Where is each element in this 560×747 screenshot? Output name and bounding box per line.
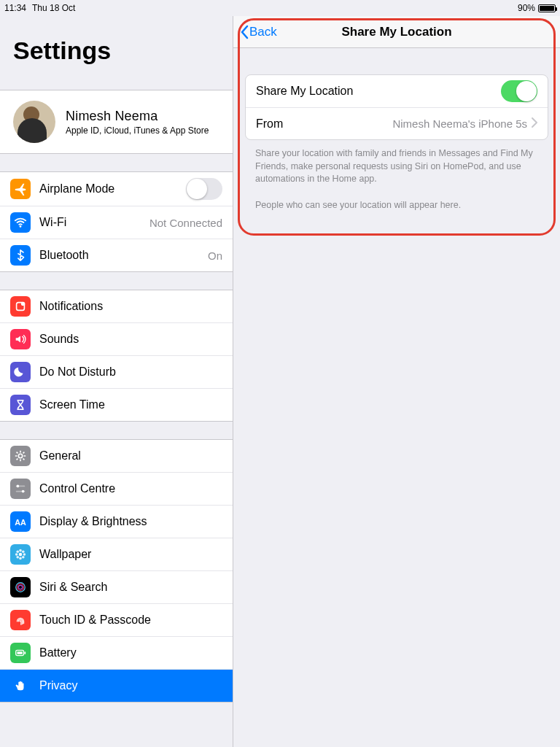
back-button[interactable]: Back (239, 25, 277, 39)
svg-point-16 (16, 556, 19, 559)
hourglass-icon (10, 395, 31, 415)
moon-icon (10, 362, 31, 382)
profile-row[interactable]: Nimesh Neema Apple ID, iCloud, iTunes & … (0, 90, 233, 153)
svg-point-0 (20, 225, 22, 228)
sidebar-item-label: Battery (39, 646, 222, 659)
switches-icon (10, 479, 31, 499)
gear-icon (10, 446, 31, 466)
wifi-icon (10, 212, 31, 233)
sidebar-item-value: Not Connected (149, 217, 222, 229)
sidebar-item-bluetooth[interactable]: BluetoothOn (0, 239, 233, 271)
bell-icon (10, 296, 31, 317)
share-location-label: Share My Location (256, 85, 501, 98)
speaker-icon (10, 329, 31, 349)
toggle[interactable] (186, 178, 222, 200)
sidebar-item-airplane-mode[interactable]: Airplane Mode (0, 172, 233, 206)
notifications-section: NotificationsSoundsDo Not DisturbScreen … (0, 290, 233, 422)
battery-icon (10, 643, 31, 663)
svg-point-9 (19, 553, 23, 557)
svg-rect-5 (16, 486, 26, 487)
svg-rect-7 (16, 491, 26, 492)
sidebar-item-label: Bluetooth (39, 249, 199, 262)
svg-point-2 (21, 302, 25, 306)
sidebar-item-do-not-disturb[interactable]: Do Not Disturb (0, 355, 233, 388)
sidebar-item-label: Display & Brightness (39, 515, 222, 528)
connectivity-section: Airplane ModeWi-FiNot ConnectedBluetooth… (0, 171, 233, 272)
svg-point-14 (16, 550, 19, 553)
svg-rect-22 (24, 651, 26, 654)
sidebar-item-value: On (208, 249, 222, 262)
status-date: Thu 18 Oct (32, 3, 75, 13)
detail-pane: Back Share My Location Share My Location… (233, 16, 560, 747)
from-value: Nimesh Neema's iPhone 5s (392, 117, 527, 130)
sidebar-item-touch-id-passcode[interactable]: Touch ID & Passcode (0, 603, 233, 636)
share-location-toggle[interactable] (501, 80, 537, 102)
sidebar-item-label: Screen Time (39, 398, 222, 411)
from-row[interactable]: From Nimesh Neema's iPhone 5s (246, 107, 548, 139)
share-location-row[interactable]: Share My Location (246, 75, 548, 107)
status-bar: 11:34 Thu 18 Oct 90% (0, 0, 560, 16)
sidebar-item-label: General (39, 449, 222, 462)
svg-point-13 (23, 553, 26, 556)
general-section: GeneralControl CentreAADisplay & Brightn… (0, 439, 233, 703)
chevron-left-icon (239, 25, 249, 39)
sidebar-item-label: Do Not Disturb (39, 365, 222, 379)
sidebar-item-wallpaper[interactable]: Wallpaper (0, 538, 233, 570)
flower-icon (10, 544, 31, 565)
profile-subtitle: Apple ID, iCloud, iTunes & App Store (66, 125, 209, 136)
bluetooth-icon (10, 245, 31, 266)
detail-title: Share My Location (233, 25, 560, 39)
sidebar-item-display-brightness[interactable]: AADisplay & Brightness (0, 505, 233, 538)
airplane-icon (10, 179, 31, 199)
svg-rect-23 (18, 651, 23, 654)
svg-text:AA: AA (15, 518, 26, 527)
footer-text-1: Share your location with family and frie… (233, 140, 560, 186)
share-location-section: Share My Location From Nimesh Neema's iP… (245, 74, 548, 140)
sidebar-item-label: Siri & Search (39, 581, 222, 594)
siri-icon (10, 577, 31, 597)
back-label: Back (249, 25, 277, 39)
sidebar-item-label: Wallpaper (39, 548, 222, 561)
sidebar-item-notifications[interactable]: Notifications (0, 290, 233, 322)
svg-point-15 (22, 550, 25, 553)
sidebar-item-label: Control Centre (39, 482, 222, 495)
sidebar-item-privacy[interactable]: Privacy (0, 669, 233, 702)
avatar (13, 101, 55, 143)
sidebar-item-label: Touch ID & Passcode (39, 614, 222, 627)
sidebar-item-sounds[interactable]: Sounds (0, 322, 233, 355)
sidebar-item-siri-search[interactable]: Siri & Search (0, 570, 233, 603)
sidebar-item-screen-time[interactable]: Screen Time (0, 388, 233, 421)
aa-icon: AA (10, 511, 31, 532)
footer-text-2: People who can see your location will ap… (233, 186, 560, 212)
fingerprint-icon (10, 610, 31, 630)
svg-point-3 (18, 454, 22, 457)
sidebar-item-wi-fi[interactable]: Wi-FiNot Connected (0, 206, 233, 239)
sidebar-item-label: Privacy (39, 679, 222, 692)
profile-section: Nimesh Neema Apple ID, iCloud, iTunes & … (0, 90, 233, 154)
battery-percent: 90% (518, 3, 535, 13)
sidebar-item-control-centre[interactable]: Control Centre (0, 472, 233, 505)
sidebar-item-label: Notifications (39, 300, 222, 313)
svg-point-11 (19, 557, 22, 560)
sidebar-item-label: Wi-Fi (39, 216, 141, 229)
svg-point-20 (18, 585, 22, 589)
battery-icon (538, 4, 556, 12)
profile-name: Nimesh Neema (66, 109, 209, 124)
hand-icon (10, 676, 31, 696)
from-label: From (256, 117, 392, 131)
sidebar-item-general[interactable]: General (0, 440, 233, 472)
chevron-right-icon (532, 117, 537, 131)
settings-sidebar[interactable]: Settings Nimesh Neema Apple ID, iCloud, … (0, 16, 233, 747)
svg-point-10 (19, 549, 22, 552)
sidebar-item-battery[interactable]: Battery (0, 636, 233, 669)
sidebar-title: Settings (0, 16, 233, 72)
svg-point-12 (15, 553, 18, 556)
sidebar-item-label: Airplane Mode (39, 182, 177, 196)
svg-point-17 (22, 556, 25, 559)
status-time: 11:34 (4, 3, 26, 13)
sidebar-item-label: Sounds (39, 333, 222, 346)
detail-navbar: Back Share My Location (233, 16, 560, 48)
